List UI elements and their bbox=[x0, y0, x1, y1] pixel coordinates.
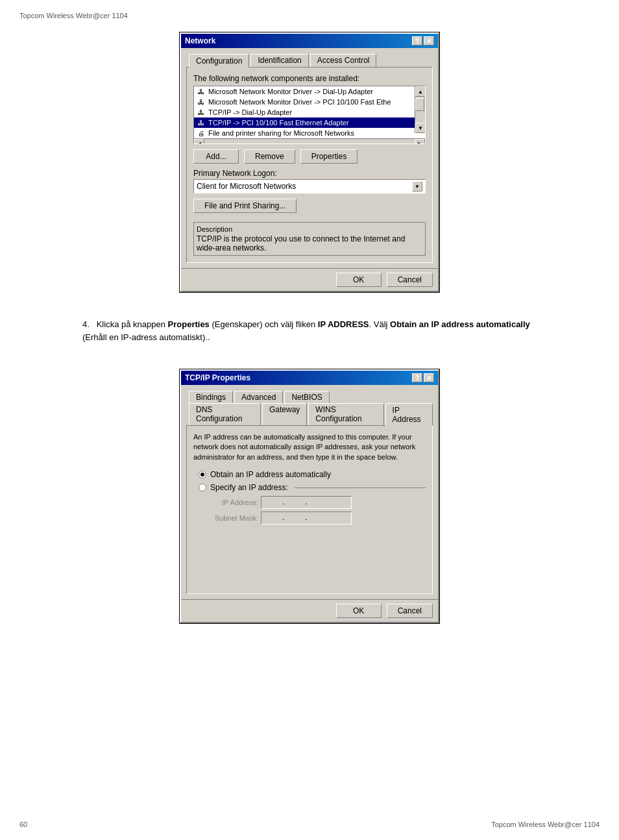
tcpip-title: TCP/IP Properties bbox=[185, 373, 250, 382]
tcpip-dialog-bottom: OK Cancel bbox=[181, 599, 438, 622]
components-list[interactable]: ▲ ▼ 🖧 Microsoft Network Monitor Driver -… bbox=[193, 86, 426, 144]
subnet-label: Subnet Mask: bbox=[206, 514, 258, 522]
ip-address-row: IP Address: . . bbox=[206, 496, 426, 509]
tab-advanced[interactable]: Advanced bbox=[234, 391, 283, 403]
tcpip-cancel-button[interactable]: Cancel bbox=[387, 604, 433, 618]
tcpip-titlebar-buttons: ? ✕ bbox=[412, 373, 434, 382]
network-icon-4: 🖧 bbox=[197, 118, 206, 127]
ip-address-panel: An IP address can be automatically assig… bbox=[186, 425, 433, 594]
tcpip-content: Bindings Advanced NetBIOS DNS Configurat… bbox=[181, 385, 438, 599]
radio-auto[interactable]: Obtain an IP address automatically bbox=[199, 470, 426, 479]
description-label: Description bbox=[197, 225, 422, 233]
ip-box-1[interactable] bbox=[263, 497, 281, 508]
primary-logon-select[interactable]: Client for Microsoft Networks ▼ bbox=[193, 179, 426, 193]
tcpip-tabs-row2: DNS Configuration Gateway WINS Configura… bbox=[186, 402, 433, 425]
header-text: Topcom Wireless Webr@cer 1104 bbox=[19, 12, 128, 19]
tcpip-ok-button[interactable]: OK bbox=[336, 604, 382, 618]
tcpip-tabs-row1: Bindings Advanced NetBIOS bbox=[186, 390, 433, 402]
list-item[interactable]: 🖧 Microsoft Network Monitor Driver -> PC… bbox=[194, 97, 415, 107]
ip-info-text: An IP address can be automatically assig… bbox=[193, 432, 426, 462]
configuration-panel: The following network components are ins… bbox=[186, 67, 433, 263]
main-content: Network ? ✕ Configuration Identification… bbox=[0, 32, 619, 623]
step-4-text: 4. Klicka på knappen Properties (Egenska… bbox=[82, 312, 537, 350]
remove-button[interactable]: Remove bbox=[244, 149, 295, 164]
page-footer-right: Topcom Wireless Webr@cer 1104 bbox=[491, 821, 600, 828]
subnet-box-1[interactable] bbox=[263, 513, 281, 523]
scroll-right-btn[interactable]: ▶ bbox=[415, 139, 425, 145]
network-dialog: Network ? ✕ Configuration Identification… bbox=[180, 32, 439, 292]
step-text-mid1: (Egenskaper) och välj fliken bbox=[210, 319, 318, 329]
page-header: Topcom Wireless Webr@cer 1104 bbox=[19, 12, 128, 19]
tcpip-close-button[interactable]: ✕ bbox=[424, 373, 434, 382]
radio-specify-btn[interactable] bbox=[199, 484, 206, 491]
list-item[interactable]: 🖨 File and printer sharing for Microsoft… bbox=[194, 128, 415, 138]
add-button[interactable]: Add... bbox=[193, 149, 239, 164]
tab-netbios[interactable]: NetBIOS bbox=[284, 391, 329, 403]
network-ok-button[interactable]: OK bbox=[336, 273, 382, 287]
network-icon-2: 🖧 bbox=[197, 97, 206, 106]
radio-auto-btn[interactable] bbox=[199, 471, 206, 478]
tab-dns-config[interactable]: DNS Configuration bbox=[189, 403, 261, 426]
subnet-box-3[interactable] bbox=[309, 513, 327, 523]
select-arrow[interactable]: ▼ bbox=[412, 181, 422, 191]
radio-group: Obtain an IP address automatically Speci… bbox=[199, 470, 426, 492]
network-title: Network bbox=[185, 36, 215, 45]
subnet-input[interactable]: . . bbox=[261, 512, 352, 525]
close-button[interactable]: ✕ bbox=[424, 36, 434, 45]
ip-box-3[interactable] bbox=[309, 497, 327, 508]
radio-auto-label: Obtain an IP address automatically bbox=[210, 470, 331, 479]
network-icon-3: 🖧 bbox=[197, 108, 206, 117]
radio-specify[interactable]: Specify an IP address: bbox=[199, 483, 426, 492]
properties-button[interactable]: Properties bbox=[300, 149, 358, 164]
step-text-mid2: . Välj bbox=[369, 319, 391, 329]
tab-ip-address[interactable]: IP Address bbox=[385, 403, 433, 426]
scroll-left-btn[interactable]: ◀ bbox=[194, 139, 204, 145]
tab-identification[interactable]: Identification bbox=[250, 54, 308, 68]
network-content: Configuration Identification Access Cont… bbox=[181, 48, 438, 268]
ip-label: IP Address: bbox=[206, 499, 258, 506]
footer-brand: Topcom Wireless Webr@cer 1104 bbox=[491, 821, 600, 828]
step-number: 4. bbox=[82, 319, 90, 329]
printer-icon: 🖨 bbox=[197, 129, 206, 138]
subnet-mask-row: Subnet Mask: . . bbox=[206, 512, 426, 525]
tab-access-control[interactable]: Access Control bbox=[310, 54, 377, 68]
tab-configuration[interactable]: Configuration bbox=[189, 54, 249, 68]
ip-input[interactable]: . . bbox=[261, 496, 352, 509]
description-box: Description TCP/IP is the protocol you u… bbox=[193, 222, 426, 256]
network-cancel-button[interactable]: Cancel bbox=[387, 273, 433, 287]
step-text-pre: Klicka på knappen bbox=[97, 319, 168, 329]
list-item[interactable]: 🖧 TCP/IP -> Dial-Up Adapter bbox=[194, 107, 415, 117]
list-items-container: 🖧 Microsoft Network Monitor Driver -> Di… bbox=[194, 86, 425, 138]
tab-wins-config[interactable]: WINS Configuration bbox=[308, 403, 383, 426]
tab-gateway[interactable]: Gateway bbox=[262, 403, 307, 426]
select-value: Client for Microsoft Networks bbox=[197, 182, 296, 191]
subnet-box-2[interactable] bbox=[285, 513, 304, 523]
network-tabs: Configuration Identification Access Cont… bbox=[186, 53, 433, 67]
network-icon-1: 🖧 bbox=[197, 87, 206, 96]
list-item[interactable]: 🖧 Microsoft Network Monitor Driver -> Di… bbox=[194, 86, 415, 97]
list-item-selected[interactable]: 🖧 TCP/IP -> PCI 10/100 Fast Ethernet Ada… bbox=[194, 117, 415, 128]
step-bold1: Properties bbox=[168, 319, 210, 329]
step-bold3: Obtain an IP address automatically bbox=[390, 319, 530, 329]
action-buttons: Add... Remove Properties bbox=[193, 149, 426, 164]
ip-box-2[interactable] bbox=[285, 497, 304, 508]
scroll-up-btn[interactable]: ▲ bbox=[415, 86, 426, 97]
network-dialog-bottom: OK Cancel bbox=[181, 268, 438, 291]
tcpip-help-button[interactable]: ? bbox=[412, 373, 422, 382]
tab-bindings[interactable]: Bindings bbox=[189, 391, 233, 403]
titlebar-buttons: ? ✕ bbox=[412, 36, 434, 45]
step-text-end: (Erhåll en IP-adress automatiskt).. bbox=[82, 332, 210, 342]
specify-dash bbox=[295, 488, 426, 488]
step-bold2: IP ADDRESS bbox=[318, 319, 369, 329]
list-label: The following network components are ins… bbox=[193, 74, 426, 83]
radio-specify-label: Specify an IP address: bbox=[210, 483, 288, 492]
page-footer-left: 60 bbox=[19, 821, 27, 828]
file-print-button[interactable]: File and Print Sharing... bbox=[193, 199, 297, 213]
help-button[interactable]: ? bbox=[412, 36, 422, 45]
page-number: 60 bbox=[19, 821, 27, 828]
scroll-down-btn[interactable]: ▼ bbox=[415, 123, 426, 133]
horizontal-scrollbar[interactable]: ◀ ▶ bbox=[194, 138, 425, 144]
description-text: TCP/IP is the protocol you use to connec… bbox=[197, 234, 422, 253]
scroll-thumb[interactable] bbox=[415, 98, 424, 111]
tcpip-titlebar: TCP/IP Properties ? ✕ bbox=[181, 371, 438, 385]
